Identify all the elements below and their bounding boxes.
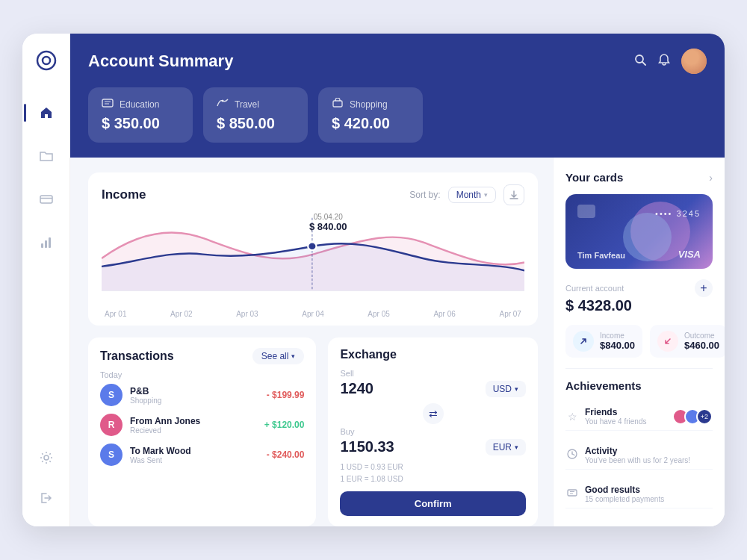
- exchange-section: Exchange Sell 1240 USD ▾ ⇄ Buy: [328, 337, 538, 526]
- tx-name-0: P&B: [130, 386, 259, 396]
- sidebar-item-home[interactable]: [33, 99, 60, 126]
- sell-currency-select[interactable]: USD ▾: [486, 381, 526, 397]
- income-title: Income: [102, 187, 146, 202]
- svg-point-7: [44, 455, 49, 460]
- card-brand: VISA: [678, 249, 701, 260]
- summary-card-shopping[interactable]: Shopping $ 420.00: [318, 87, 423, 143]
- summary-card-education[interactable]: Education $ 350.00: [88, 87, 193, 143]
- achievement-activity-sub: You've been with us for 2 years!: [585, 456, 713, 464]
- search-icon[interactable]: [633, 53, 647, 70]
- income-pill: Income $840.00: [565, 325, 642, 358]
- cards-chevron-icon[interactable]: ›: [709, 172, 713, 184]
- tx-name-1: From Ann Jones: [130, 416, 257, 426]
- friend-count: +2: [696, 408, 713, 425]
- x-label-5: Apr 06: [433, 310, 455, 318]
- tx-info-1: From Ann Jones Recieved: [130, 416, 257, 435]
- tx-amount-0: - $199.99: [267, 390, 305, 400]
- tx-avatar-0: S: [100, 384, 123, 406]
- chart-tooltip: 05.04.20 $ 840.00: [309, 213, 347, 232]
- svg-point-0: [37, 52, 55, 69]
- education-amount: $ 350.00: [102, 115, 179, 132]
- tx-item-0: S P&B Shopping - $199.99: [100, 384, 304, 406]
- achievement-friends: ☆ Friends You have 4 friends +2: [565, 402, 713, 431]
- achievement-activity-name: Activity: [585, 446, 713, 456]
- summary-cards: Education $ 350.00 Travel $: [88, 87, 707, 158]
- buy-currency-select[interactable]: EUR ▾: [486, 439, 526, 455]
- x-label-0: Apr 01: [105, 310, 126, 318]
- tx-item-2: S To Mark Wood Was Sent - $240.00: [100, 444, 304, 466]
- svg-point-13: [222, 100, 224, 102]
- sidebar-item-card[interactable]: [33, 186, 60, 213]
- outcome-info: Outcome $460.00: [684, 332, 719, 351]
- income-controls: Sort by: Month ▾: [409, 184, 524, 205]
- main-content: Account Summary: [70, 34, 725, 526]
- x-label-2: Apr 03: [236, 310, 258, 318]
- income-arrow-icon: [573, 331, 594, 352]
- sort-label: Sort by:: [409, 190, 440, 200]
- achievement-activity-text: Activity You've been with us for 2 years…: [585, 446, 713, 464]
- divider: [565, 368, 713, 369]
- credit-card[interactable]: •••• 3245 Tim Favfeau VISA: [565, 194, 713, 269]
- chart-area: 05.04.20 $ 840.00: [102, 210, 524, 307]
- svg-rect-6: [49, 237, 51, 248]
- achievement-results-text: Good results 15 completed payments: [585, 485, 713, 503]
- tx-amount-1: + $120.00: [264, 420, 305, 430]
- achievement-friends-sub: You have 4 friends: [585, 417, 666, 426]
- avatar[interactable]: [681, 49, 707, 74]
- svg-rect-5: [45, 240, 47, 248]
- sidebar-item-folder[interactable]: [33, 143, 60, 169]
- sort-select[interactable]: Month ▾: [448, 187, 496, 203]
- cards-title: Your cards: [565, 171, 623, 184]
- confirm-button[interactable]: Confirm: [340, 491, 526, 516]
- body-area: Income Sort by: Month ▾: [70, 158, 725, 526]
- x-label-6: Apr 07: [499, 310, 521, 318]
- outcome-pill: Outcome $460.00: [650, 325, 725, 358]
- outcome-pill-val: $460.00: [684, 340, 719, 351]
- friends-avatars: +2: [672, 408, 713, 425]
- outcome-pill-label: Outcome: [684, 332, 719, 340]
- download-icon[interactable]: [503, 184, 524, 205]
- tx-name-2: To Mark Wood: [130, 446, 259, 456]
- income-section: Income Sort by: Month ▾: [88, 172, 538, 326]
- sell-value: 1240: [340, 380, 374, 397]
- bell-icon[interactable]: [657, 53, 671, 70]
- shopping-icon: [332, 98, 344, 111]
- tx-sub-2: Was Sent: [130, 456, 259, 464]
- chart-labels: Apr 01 Apr 02 Apr 03 Apr 04 Apr 05 Apr 0…: [102, 310, 524, 318]
- swap-button[interactable]: ⇄: [423, 403, 444, 424]
- card-decoration-2: [623, 213, 672, 261]
- exchange-rate-info: 1 USD = 0.93 EUR 1 EUR = 1.08 USD: [340, 461, 526, 485]
- header-actions: [633, 49, 707, 74]
- tx-item-1: R From Ann Jones Recieved + $120.00: [100, 414, 304, 436]
- sidebar-item-settings[interactable]: [33, 444, 60, 471]
- account-amount: $ 4328.00: [565, 297, 632, 314]
- see-all-button[interactable]: See all ▾: [252, 348, 305, 364]
- star-icon: ☆: [565, 411, 579, 423]
- achievement-friends-name: Friends: [585, 407, 666, 417]
- summary-card-travel[interactable]: Travel $ 850.00: [203, 87, 308, 143]
- tx-avatar-1: R: [100, 414, 123, 436]
- account-balance: Current account + $ 4328.00: [565, 279, 713, 314]
- svg-rect-2: [40, 196, 52, 203]
- svg-point-1: [43, 57, 50, 64]
- education-label: Education: [120, 99, 159, 110]
- account-row: Current account +: [565, 279, 713, 297]
- svg-rect-20: [568, 490, 577, 496]
- left-panel: Income Sort by: Month ▾: [70, 158, 553, 526]
- exchange-title: Exchange: [340, 348, 526, 361]
- app-logo: [34, 49, 58, 72]
- sidebar-item-chart[interactable]: [33, 229, 60, 256]
- sidebar-item-logout[interactable]: [33, 485, 60, 511]
- income-pill-val: $840.00: [600, 340, 635, 351]
- tx-date: Today: [100, 370, 304, 379]
- achievement-results-sub: 15 completed payments: [585, 495, 713, 503]
- income-pill-label: Income: [600, 332, 635, 340]
- achievements-title: Achievements: [565, 379, 713, 392]
- card-dots: •••• 3245: [655, 209, 701, 218]
- travel-amount: $ 850.00: [217, 115, 294, 132]
- income-info: Income $840.00: [600, 332, 635, 351]
- add-card-button[interactable]: +: [695, 279, 713, 297]
- tx-info-2: To Mark Wood Was Sent: [130, 446, 259, 464]
- buy-label: Buy: [340, 427, 526, 436]
- education-icon: [102, 98, 114, 111]
